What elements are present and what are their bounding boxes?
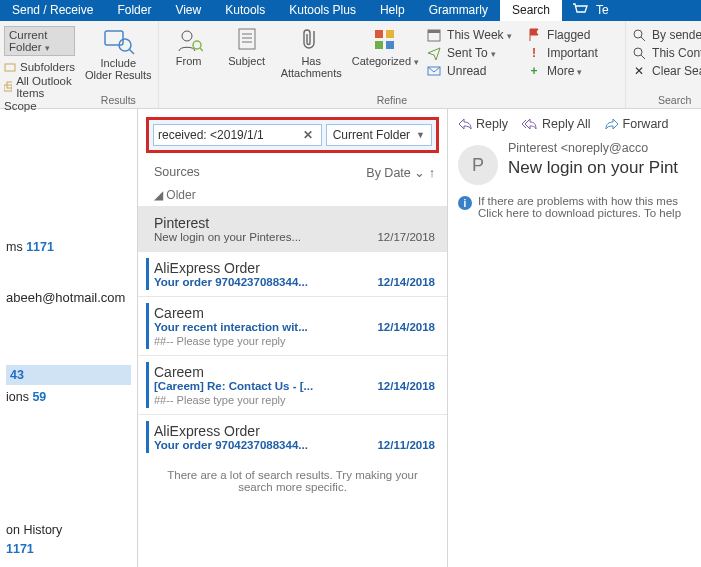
message-item[interactable]: Pinterest New login on your Pinteres...1…	[138, 206, 447, 251]
categorized-button[interactable]: Categorized	[352, 25, 419, 68]
message-preview: ##-- Please type your reply	[154, 335, 435, 347]
message-subject: [Careem] Re: Contact Us - [...	[154, 380, 313, 392]
menu-grammarly[interactable]: Grammarly	[417, 0, 500, 21]
older-label: Older	[166, 188, 195, 202]
nav-folder-2-count: 59	[32, 390, 46, 404]
this-contact-button[interactable]: This Conta	[632, 46, 701, 60]
svg-line-8	[200, 48, 203, 51]
nav-folder-1[interactable]: ms 1171	[6, 240, 131, 254]
clear-query-icon[interactable]: ✕	[299, 128, 317, 142]
message-item[interactable]: Careem Your recent interaction wit...12/…	[138, 296, 447, 355]
nav-folder-1-count: 1171	[26, 240, 54, 254]
search-query-text: received: <2019/1/1	[158, 128, 264, 142]
svg-rect-0	[5, 64, 15, 71]
nav-folder-2-label: ions	[6, 390, 29, 404]
results-caption: Results	[101, 94, 136, 106]
svg-line-21	[641, 37, 645, 41]
folder-icon	[4, 61, 16, 73]
message-item[interactable]: Careem [Careem] Re: Contact Us - [...12/…	[138, 355, 447, 414]
svg-rect-14	[386, 30, 394, 38]
plus-icon: +	[527, 64, 541, 78]
categorized-icon	[372, 27, 398, 53]
menu-folder[interactable]: Folder	[105, 0, 163, 21]
reply-button[interactable]: Reply	[458, 117, 508, 131]
svg-point-7	[193, 41, 201, 49]
search-caption: Search	[658, 94, 691, 106]
subject-icon	[235, 27, 259, 53]
scope-all-items[interactable]: All Outlook Items	[4, 75, 75, 99]
nav-folder-2[interactable]: ions 59	[6, 390, 131, 404]
sent-to-button[interactable]: Sent To	[427, 46, 519, 60]
ribbon: Current Folder Subfolders All Outlook It…	[0, 21, 701, 109]
categorized-label: Categorized	[352, 55, 419, 68]
unread-button[interactable]: Unread	[427, 64, 519, 78]
svg-rect-9	[239, 29, 255, 49]
menu-send-receive[interactable]: Send / Receive	[0, 0, 105, 21]
infobar-line2: Click here to download pictures. To help	[478, 207, 681, 219]
from-button[interactable]: From	[165, 25, 213, 67]
message-from: Pinterest	[154, 215, 435, 231]
menu-kutools[interactable]: Kutools	[213, 0, 277, 21]
svg-point-22	[634, 48, 642, 56]
important-button[interactable]: !Important	[527, 46, 619, 60]
reply-icon	[458, 118, 472, 130]
svg-line-23	[641, 55, 645, 59]
download-pictures-infobar[interactable]: i If there are problems with how this me…	[458, 195, 701, 219]
reply-all-button[interactable]: Reply All	[522, 117, 591, 131]
scope-subfolders-label: Subfolders	[20, 61, 75, 73]
nav-account[interactable]: abeeh@hotmail.com	[6, 290, 131, 305]
flagged-button[interactable]: Flagged	[527, 28, 619, 42]
reading-pane: Reply Reply All Forward P Pinterest <nor…	[448, 109, 701, 567]
more-button[interactable]: +More	[527, 64, 619, 78]
menu-extra[interactable]: Te	[594, 0, 621, 21]
sent-to-icon	[427, 46, 441, 60]
forward-icon	[605, 118, 619, 130]
search-footnote: There are a lot of search results. Try m…	[138, 459, 447, 503]
group-search: By sender▾ This Conta ✕Clear Searc Searc…	[626, 21, 701, 108]
clear-search-button[interactable]: ✕Clear Searc	[632, 64, 701, 78]
message-item[interactable]: AliExpress Order Your order 970423708834…	[138, 251, 447, 296]
svg-rect-13	[375, 30, 383, 38]
this-week-button[interactable]: This Week	[427, 28, 519, 42]
has-attachments-label: Has Attachments	[281, 55, 342, 79]
message-from: Careem	[154, 305, 435, 321]
by-sender-label: By sender	[652, 28, 701, 42]
search-icon	[632, 46, 646, 60]
menu-view[interactable]: View	[163, 0, 213, 21]
flag-icon	[527, 28, 541, 42]
message-from: Careem	[154, 364, 435, 380]
search-input[interactable]: received: <2019/1/1 ✕	[153, 124, 322, 146]
message-from: AliExpress Order	[154, 423, 435, 439]
scope-current-folder[interactable]: Current Folder	[4, 26, 75, 56]
message-from: AliExpress Order	[154, 260, 435, 276]
forward-button[interactable]: Forward	[605, 117, 669, 131]
sender-address: Pinterest <noreply@acco	[508, 141, 678, 155]
group-older[interactable]: ◢ Older	[138, 184, 447, 206]
clear-search-label: Clear Searc	[652, 64, 701, 78]
search-scope-dropdown[interactable]: Current Folder ▼	[326, 124, 432, 146]
message-list-pane: received: <2019/1/1 ✕ Current Folder ▼ S…	[138, 109, 448, 567]
by-sender-button[interactable]: By sender▾	[632, 28, 701, 42]
from-label: From	[176, 55, 202, 67]
reply-label: Reply	[476, 117, 508, 131]
has-attachments-button[interactable]: Has Attachments	[281, 25, 342, 79]
unread-icon	[427, 64, 441, 78]
scope-all-items-label: All Outlook Items	[16, 75, 75, 99]
calendar-icon	[427, 28, 441, 42]
sources-header[interactable]: Sources	[154, 165, 200, 180]
cart-icon[interactable]	[562, 0, 594, 21]
sort-asc-icon[interactable]: ↑	[429, 166, 435, 180]
nav-history[interactable]: on History	[6, 523, 131, 537]
menu-help[interactable]: Help	[368, 0, 417, 21]
sort-label: By Date	[366, 166, 410, 180]
message-subject: Your order 9704237088344...	[154, 439, 308, 451]
nav-folder-selected[interactable]: 43	[6, 365, 131, 385]
important-icon: !	[527, 46, 541, 60]
subject-button[interactable]: Subject	[223, 25, 271, 67]
include-older-results-button[interactable]: Include Older Results	[85, 25, 152, 81]
sort-by-date[interactable]: By Date ⌄ ↑	[366, 165, 435, 180]
message-item[interactable]: AliExpress Order Your order 970423708834…	[138, 414, 447, 459]
menu-kutools-plus[interactable]: Kutools Plus	[277, 0, 368, 21]
scope-subfolders[interactable]: Subfolders	[4, 61, 75, 73]
menu-search[interactable]: Search	[500, 0, 562, 21]
